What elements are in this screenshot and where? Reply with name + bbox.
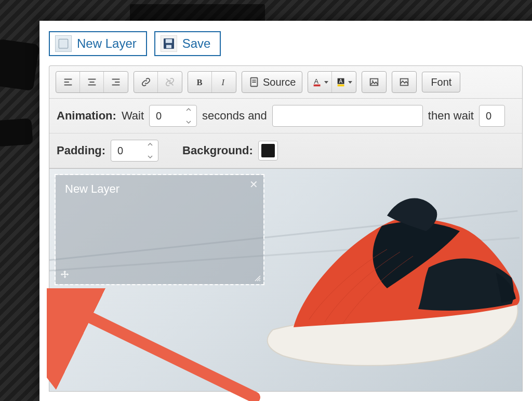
svg-rect-3 bbox=[166, 45, 171, 48]
editor-toolbar: B I Source A A bbox=[49, 66, 522, 99]
source-label: Source bbox=[263, 76, 296, 88]
animation-action-input[interactable] bbox=[272, 105, 423, 127]
padding-bg-row: Padding: 0 Background: bbox=[49, 133, 522, 168]
background-shape bbox=[0, 118, 33, 147]
unlink-button[interactable] bbox=[158, 72, 182, 92]
svg-rect-20 bbox=[314, 85, 321, 87]
save-label: Save bbox=[182, 36, 211, 51]
then-wait-seconds-value: 0 bbox=[486, 110, 491, 122]
then-wait-label: then wait bbox=[428, 109, 474, 123]
color-group: A A bbox=[308, 71, 356, 93]
then-wait-seconds-stepper[interactable]: 0 bbox=[479, 105, 505, 127]
resize-handle-icon[interactable] bbox=[254, 275, 261, 282]
new-layer-button[interactable]: New Layer bbox=[49, 31, 147, 56]
background-color-picker[interactable] bbox=[258, 141, 278, 161]
background-heading: Background: bbox=[182, 144, 253, 157]
insert-image-button[interactable] bbox=[362, 72, 386, 92]
svg-line-29 bbox=[259, 280, 260, 281]
svg-text:B: B bbox=[196, 77, 202, 87]
link-button[interactable] bbox=[134, 72, 158, 92]
background-color-swatch bbox=[261, 144, 275, 157]
padding-value: 0 bbox=[117, 145, 123, 157]
italic-button[interactable]: I bbox=[212, 72, 236, 92]
style-group: B I bbox=[188, 71, 236, 93]
padding-heading: Padding: bbox=[57, 144, 105, 157]
wait-label: Wait bbox=[122, 109, 144, 123]
image-group-1 bbox=[362, 71, 387, 93]
rich-editor: B I Source A A bbox=[49, 65, 523, 168]
layer-icon bbox=[55, 35, 72, 52]
editor-panel: New Layer Save bbox=[39, 21, 532, 401]
move-handle-icon[interactable] bbox=[60, 270, 70, 280]
save-button[interactable]: Save bbox=[154, 31, 221, 56]
svg-text:I: I bbox=[221, 77, 225, 87]
align-center-button[interactable] bbox=[80, 72, 104, 92]
svg-rect-23 bbox=[338, 85, 344, 87]
new-layer-label: New Layer bbox=[77, 36, 137, 51]
seconds-and-label: seconds and bbox=[202, 109, 267, 123]
svg-rect-0 bbox=[59, 39, 68, 48]
font-label: Font bbox=[431, 76, 451, 88]
media-library-button[interactable] bbox=[392, 72, 416, 92]
bold-button[interactable]: B bbox=[188, 72, 212, 92]
sneaker-image bbox=[252, 190, 523, 387]
selected-layer[interactable]: New Layer ✕ bbox=[56, 175, 263, 284]
chevron-down-icon bbox=[324, 81, 328, 84]
background-shape bbox=[0, 39, 39, 91]
padding-stepper[interactable]: 0 bbox=[111, 140, 158, 162]
svg-rect-2 bbox=[165, 39, 172, 43]
align-right-button[interactable] bbox=[104, 72, 128, 92]
animation-settings-row: Animation: Wait 0 seconds and then wait … bbox=[49, 99, 522, 133]
close-icon[interactable]: ✕ bbox=[249, 178, 258, 191]
link-group bbox=[134, 71, 182, 93]
stepper-handles[interactable] bbox=[186, 108, 193, 124]
bg-color-button[interactable]: A bbox=[332, 72, 356, 92]
slider-canvas[interactable]: New Layer ✕ bbox=[49, 168, 523, 392]
wait-seconds-stepper[interactable]: 0 bbox=[149, 105, 197, 127]
align-group bbox=[56, 71, 128, 93]
save-icon bbox=[161, 35, 177, 52]
image-group-2 bbox=[392, 71, 417, 93]
wait-seconds-value: 0 bbox=[156, 110, 162, 122]
text-color-button[interactable]: A bbox=[308, 72, 332, 92]
source-button[interactable]: Source bbox=[242, 72, 302, 92]
svg-text:A: A bbox=[339, 78, 343, 84]
layer-text: New Layer bbox=[65, 182, 119, 195]
panel-action-bar: New Layer Save bbox=[39, 21, 532, 65]
source-group: Source bbox=[242, 71, 302, 93]
stepper-handles[interactable] bbox=[148, 143, 155, 158]
animation-heading: Animation: bbox=[57, 109, 116, 123]
svg-text:A: A bbox=[314, 77, 318, 85]
chevron-down-icon bbox=[348, 81, 352, 84]
font-dropdown[interactable]: Font bbox=[422, 72, 460, 92]
align-left-button[interactable] bbox=[56, 72, 80, 92]
